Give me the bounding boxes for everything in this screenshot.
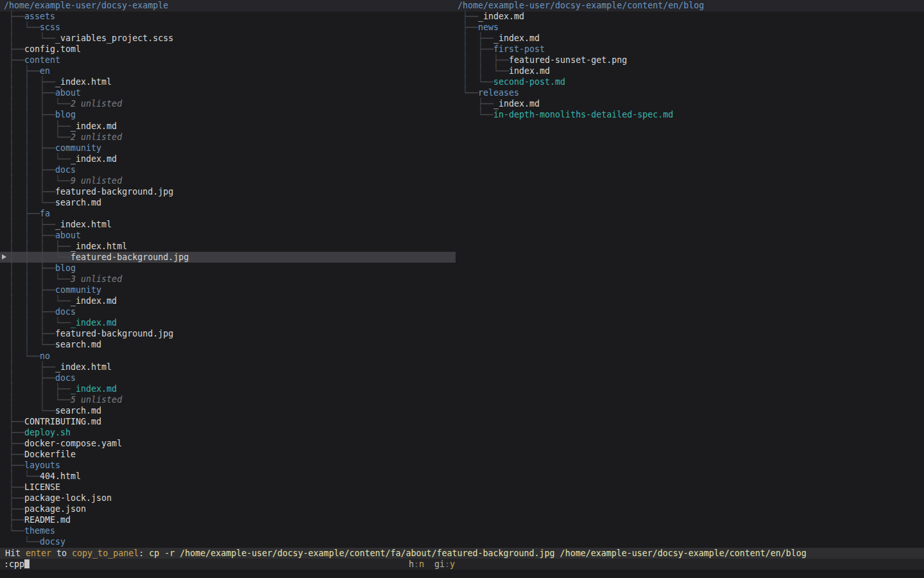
right-tree-panel: /home/example-user/docsy-example/content…	[456, 0, 924, 121]
tree-row[interactable]: │ │ │ └──featured-background.jpg	[0, 252, 456, 263]
tree-row[interactable]: │ │ ├──featured-sunset-get.png	[456, 55, 924, 66]
flag-label: gi	[434, 559, 445, 569]
tree-row[interactable]: │ └──404.html	[0, 471, 456, 482]
left-panel-path[interactable]: /home/example-user/docsy-example	[0, 0, 456, 11]
entry-name: Dockerfile	[24, 450, 76, 459]
entry-name: _index.md	[71, 384, 117, 394]
tree-row[interactable]: │ │ │ └──2 unlisted	[0, 98, 456, 109]
entry-name: 2 unlisted	[71, 132, 122, 142]
left-tree-panel: /home/example-user/docsy-example ├──asse…	[0, 0, 456, 547]
tree-row[interactable]: │ │ │ └──9 unlisted	[0, 175, 456, 186]
tree-row[interactable]: │ ├──fa	[0, 208, 456, 219]
tree-branch-prefix: └──	[4, 536, 40, 548]
broot-terminal: /home/example-user/docsy-example ├──asse…	[0, 0, 924, 578]
entry-name: _index.md	[478, 12, 524, 21]
tree-row[interactable]: │ └──second-post.md	[456, 76, 924, 87]
entry-name: _index.html	[55, 362, 112, 372]
entry-name: package-lock.json	[24, 493, 112, 503]
tree-row[interactable]: │ └──_variables_project.scss	[0, 33, 456, 44]
tree-row[interactable]: ├──Dockerfile	[0, 449, 456, 460]
tree-row[interactable]: │ │ ├──_index.html	[0, 219, 456, 230]
tree-row[interactable]: ├──README.md	[0, 514, 456, 525]
entry-name: _index.html	[55, 77, 112, 87]
tree-row[interactable]: ├──docker-compose.yaml	[0, 438, 456, 449]
tree-row[interactable]: │ ├──first-post	[456, 44, 924, 55]
tree-row[interactable]: ├──package.json	[0, 504, 456, 514]
dir-name: assets	[24, 12, 55, 21]
tree-row[interactable]: │ └──scss	[0, 22, 456, 33]
entry-name: config.toml	[24, 44, 81, 54]
tree-row[interactable]: └──themes	[0, 525, 456, 536]
tree-row[interactable]: │ │ ├──featured-background.jpg	[0, 328, 456, 339]
tree-row[interactable]: │ │ ├──community	[0, 143, 456, 153]
left-panel-rows: ├──assets │ └──scss │ └──_variables_proj…	[0, 11, 456, 547]
tree-row[interactable]: │ │ │ └──2 unlisted	[0, 132, 456, 143]
panel-flags: h:n gi:y	[409, 559, 455, 570]
tree-row[interactable]: │ └──no	[0, 351, 456, 362]
tree-row[interactable]: │ ├──en	[0, 66, 456, 76]
tree-row[interactable]: │ │ │ └──_index.md	[0, 317, 456, 328]
entry-name: _index.md	[493, 99, 540, 109]
entry-name: _index.md	[71, 296, 117, 306]
entry-name: deploy.sh	[24, 428, 71, 437]
flag-separator: :	[414, 559, 419, 569]
entry-name: CONTRIBUTING.md	[24, 417, 101, 426]
tree-row[interactable]: │ │ ├──blog	[0, 109, 456, 120]
dir-name: blog	[55, 263, 76, 273]
tree-row[interactable]: │ │ │ └──_index.md	[0, 153, 456, 164]
tree-row[interactable]: │ │ └──search.md	[0, 339, 456, 350]
command-input-line[interactable]: :cpph:n gi:y	[0, 559, 924, 570]
entry-name: _index.html	[71, 241, 127, 251]
tree-row[interactable]: └──releases	[456, 87, 924, 98]
dir-name: releases	[478, 88, 519, 98]
tree-row[interactable]: │ │ └──index.md	[456, 66, 924, 76]
tree-row[interactable]: ├──deploy.sh	[0, 427, 456, 438]
command-input-value[interactable]: :cpp	[0, 559, 24, 569]
entry-name: search.md	[55, 406, 101, 416]
right-panel-path[interactable]: /home/example-user/docsy-example/content…	[456, 0, 924, 11]
tree-row[interactable]: │ ├──_index.md	[456, 33, 924, 44]
dir-name: news	[478, 22, 499, 32]
tree-row[interactable]: │ │ │ ├──_index.md	[0, 121, 456, 132]
status-hint-text: Hit	[0, 548, 26, 558]
tree-row[interactable]: │ ├──docs	[0, 372, 456, 383]
tree-row[interactable]: │ │ ├──_index.md	[0, 383, 456, 394]
status-key-enter: enter	[26, 548, 51, 558]
tree-row[interactable]: │ │ ├──featured-background.jpg	[0, 186, 456, 197]
tree-row[interactable]: ├──config.toml	[0, 44, 456, 55]
dir-name: docs	[55, 307, 76, 317]
entry-name: LICENSE	[24, 482, 60, 492]
entry-name: _variables_project.scss	[55, 33, 173, 43]
tree-row[interactable]: │ │ └──5 unlisted	[0, 394, 456, 405]
tree-row[interactable]: │ │ │ └──3 unlisted	[0, 274, 456, 285]
tree-row[interactable]: ├──layouts	[0, 460, 456, 471]
tree-row[interactable]: ├──news	[456, 22, 924, 33]
entry-name: _index.html	[55, 220, 112, 229]
dir-name: community	[55, 143, 101, 153]
tree-row[interactable]: └──in-depth-monoliths-detailed-spec.md	[456, 109, 924, 120]
tree-row[interactable]: └──docsy	[0, 536, 456, 547]
entry-name: 404.html	[40, 471, 81, 481]
tree-row[interactable]: ├──content	[0, 55, 456, 66]
tree-row[interactable]: ├──package-lock.json	[0, 493, 456, 504]
dir-name: themes	[24, 526, 55, 536]
tree-row[interactable]: ├──_index.md	[456, 98, 924, 109]
tree-row[interactable]: │ └──search.md	[0, 405, 456, 416]
entry-name: featured-background.jpg	[71, 252, 189, 262]
right-panel-rows: ├──_index.md ├──news │ ├──_index.md │ ├─…	[456, 11, 924, 120]
tree-row[interactable]: ├──_index.md	[456, 11, 924, 22]
dir-name: fa	[40, 209, 50, 218]
tree-row[interactable]: │ │ └──search.md	[0, 197, 456, 208]
tree-row[interactable]: ├──assets	[0, 11, 456, 22]
entry-name: docker-compose.yaml	[24, 439, 122, 448]
tree-row[interactable]: ├──LICENSE	[0, 482, 456, 493]
dir-name: en	[40, 66, 50, 76]
entry-name: 2 unlisted	[71, 99, 122, 109]
tree-row[interactable]: │ ├──_index.html	[0, 362, 456, 372]
tree-row[interactable]: │ │ ├──docs	[0, 164, 456, 175]
dir-name: about	[55, 88, 81, 98]
tree-row[interactable]: │ │ │ └──_index.md	[0, 295, 456, 306]
tree-row[interactable]: │ │ ├──_index.html	[0, 76, 456, 87]
tree-row[interactable]: ├──CONTRIBUTING.md	[0, 416, 456, 427]
entry-name: in-depth-monoliths-detailed-spec.md	[493, 110, 673, 119]
